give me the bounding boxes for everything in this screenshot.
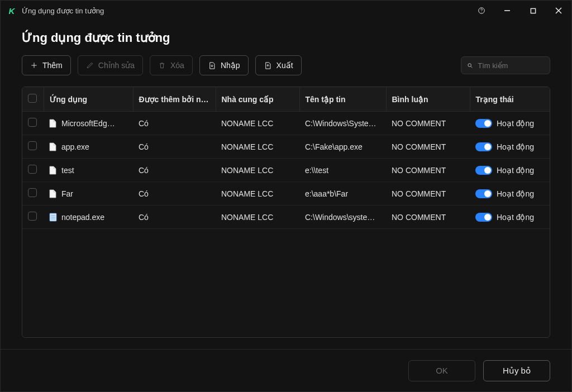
header-checkbox-cell[interactable]	[22, 87, 44, 112]
page-title: Ứng dụng được tin tưởng	[22, 31, 550, 45]
row-added: Có	[133, 182, 216, 205]
table-row[interactable]: FarCóNONAME LCCe:\aaa*b\FarNO COMMENTHoạ…	[22, 182, 550, 205]
file-icon	[49, 213, 57, 222]
cancel-button[interactable]: Hủy bỏ	[483, 360, 550, 381]
row-app-name: test	[61, 166, 74, 175]
search-box[interactable]	[461, 56, 550, 74]
row-status-label: Hoạt động	[497, 189, 534, 198]
delete-button-label: Xóa	[170, 61, 184, 70]
search-icon	[467, 62, 473, 69]
header-status[interactable]: Trạng thái	[470, 87, 550, 112]
ok-button: OK	[408, 360, 475, 381]
header-app[interactable]: Ứng dụng	[44, 87, 133, 112]
minimize-button[interactable]	[494, 1, 520, 21]
pencil-icon	[86, 61, 94, 69]
minimize-icon	[504, 7, 511, 14]
add-button[interactable]: Thêm	[22, 55, 71, 75]
svg-rect-3	[531, 8, 535, 13]
maximize-icon	[530, 8, 536, 14]
row-status-label: Hoạt động	[497, 166, 534, 175]
row-comment: NO COMMENT	[386, 205, 470, 229]
file-icon	[49, 166, 57, 175]
search-input[interactable]	[478, 61, 544, 70]
ok-button-label: OK	[436, 366, 448, 375]
help-icon	[478, 7, 485, 15]
header-file[interactable]: Tên tập tin	[299, 87, 386, 112]
row-file: e:\aaa*b\Far	[299, 182, 386, 205]
content-area: Ứng dụng được tin tưởng Thêm Chỉnh sửa X…	[1, 21, 571, 349]
row-app-name: Far	[61, 189, 73, 198]
header-comment[interactable]: Bình luận	[386, 87, 470, 112]
row-app-name: notepad.exe	[61, 213, 104, 222]
row-comment: NO COMMENT	[386, 135, 470, 159]
help-button[interactable]	[469, 1, 494, 21]
app-window: K Ứng dụng được tin tưởng Ứng dụng được …	[0, 0, 572, 392]
svg-point-8	[468, 63, 471, 66]
cancel-button-label: Hủy bỏ	[503, 366, 531, 376]
row-status-label: Hoạt động	[497, 213, 534, 222]
row-app-name: MicrosoftEdg…	[61, 119, 115, 128]
footer: OK Hủy bỏ	[1, 349, 571, 391]
row-added: Có	[133, 135, 216, 159]
trash-icon	[158, 61, 166, 69]
row-vendor: NONAME LCC	[216, 135, 299, 159]
row-comment: NO COMMENT	[386, 112, 470, 135]
toolbar: Thêm Chỉnh sửa Xóa Nhập Xuất	[22, 55, 550, 75]
maximize-button[interactable]	[520, 1, 546, 21]
window-title: Ứng dụng được tin tưởng	[22, 7, 104, 15]
row-status-label: Hoạt động	[497, 119, 534, 128]
table-row[interactable]: notepad.exeCóNONAME LCCC:\Windows\system…	[22, 205, 550, 229]
row-file: C:\Windows\System…	[299, 112, 386, 135]
row-comment: NO COMMENT	[386, 182, 470, 205]
delete-button: Xóa	[150, 55, 193, 75]
svg-point-1	[482, 12, 482, 12]
app-logo-icon: K	[7, 6, 16, 15]
import-button-label: Nhập	[221, 61, 240, 70]
row-checkbox[interactable]	[28, 188, 37, 197]
apps-table: Ứng dụng Được thêm bởi ng… Nhà cung cấp …	[22, 87, 550, 338]
row-file: e:\\test	[299, 159, 386, 182]
status-toggle[interactable]	[475, 142, 492, 151]
status-toggle[interactable]	[475, 189, 492, 198]
row-checkbox[interactable]	[28, 212, 37, 221]
file-icon	[49, 189, 57, 198]
import-icon	[208, 61, 216, 70]
row-checkbox[interactable]	[28, 165, 37, 174]
row-checkbox[interactable]	[28, 118, 37, 127]
row-added: Có	[133, 112, 216, 135]
edit-button: Chỉnh sửa	[78, 55, 143, 75]
row-vendor: NONAME LCC	[216, 205, 299, 229]
export-button-label: Xuất	[277, 61, 293, 70]
export-button[interactable]: Xuất	[255, 55, 302, 75]
titlebar: K Ứng dụng được tin tưởng	[1, 1, 571, 21]
row-comment: NO COMMENT	[386, 159, 470, 182]
svg-line-9	[471, 66, 473, 68]
row-file: C:\Windows\system…	[299, 205, 386, 229]
close-button[interactable]	[546, 1, 571, 21]
status-toggle[interactable]	[475, 166, 492, 175]
table-row[interactable]: app.exeCóNONAME LCCC:\Fake\app.exeNO COM…	[22, 135, 550, 159]
row-checkbox[interactable]	[28, 141, 37, 150]
header-vendor[interactable]: Nhà cung cấp	[216, 87, 299, 112]
import-button[interactable]: Nhập	[199, 55, 249, 75]
row-vendor: NONAME LCC	[216, 182, 299, 205]
row-file: C:\Fake\app.exe	[299, 135, 386, 159]
table-row[interactable]: MicrosoftEdg…CóNONAME LCCC:\Windows\Syst…	[22, 112, 550, 135]
plus-icon	[30, 61, 38, 69]
select-all-checkbox[interactable]	[28, 94, 37, 103]
status-toggle[interactable]	[475, 213, 492, 222]
table-row[interactable]: testCóNONAME LCCe:\\testNO COMMENTHoạt đ…	[22, 159, 550, 182]
edit-button-label: Chỉnh sửa	[98, 61, 135, 70]
row-added: Có	[133, 205, 216, 229]
add-button-label: Thêm	[42, 61, 63, 70]
export-icon	[264, 61, 272, 70]
row-app-name: app.exe	[61, 142, 89, 151]
header-added[interactable]: Được thêm bởi ng…	[133, 87, 216, 112]
status-toggle[interactable]	[475, 119, 492, 128]
table-header-row: Ứng dụng Được thêm bởi ng… Nhà cung cấp …	[22, 87, 550, 112]
file-icon	[49, 142, 57, 151]
row-added: Có	[133, 159, 216, 182]
close-icon	[555, 7, 562, 14]
row-status-label: Hoạt động	[497, 142, 534, 151]
row-vendor: NONAME LCC	[216, 159, 299, 182]
